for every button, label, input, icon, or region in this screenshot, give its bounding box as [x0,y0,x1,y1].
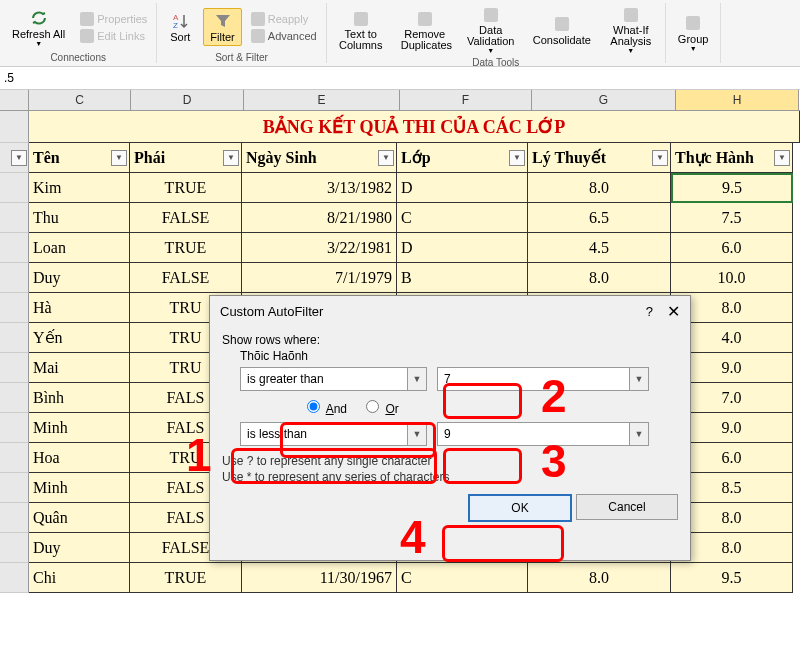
refresh-all-button[interactable]: Refresh All ▼ [6,6,71,49]
cell[interactable]: 3/13/1982 [242,173,397,203]
row-head[interactable] [0,203,29,233]
close-icon[interactable]: ✕ [667,302,680,321]
header-ngaysinh[interactable]: Ngày Sinh▼ [242,143,397,173]
col-C[interactable]: C [29,90,131,110]
filter-icon[interactable]: ▼ [652,150,668,166]
header-ten[interactable]: Tên▼▼ [29,143,130,173]
cell[interactable]: FALSE [130,203,242,233]
cell[interactable]: Minh [29,413,130,443]
whatif-button[interactable]: What-If Analysis▼ [603,3,659,56]
row-head[interactable] [0,233,29,263]
reapply-button[interactable]: Reapply [248,11,320,27]
cell[interactable]: Bình [29,383,130,413]
ok-button[interactable]: OK [468,494,572,522]
cell[interactable]: TRUE [130,233,242,263]
cell[interactable]: 10.0 [671,263,793,293]
cell[interactable]: Kim [29,173,130,203]
cell[interactable]: Thu [29,203,130,233]
value2-input[interactable]: ▼ [437,422,649,446]
select-all-corner[interactable] [0,90,29,110]
chevron-down-icon[interactable]: ▼ [629,368,648,390]
group-button[interactable]: Group▼ [672,11,715,54]
filter-icon[interactable]: ▼ [378,150,394,166]
header-phai[interactable]: Phái▼ [130,143,242,173]
cancel-button[interactable]: Cancel [576,494,678,520]
row-head[interactable] [0,111,29,143]
col-H[interactable]: H [676,90,799,110]
value1-input[interactable]: ▼ [437,367,649,391]
row-head[interactable] [0,413,29,443]
cell[interactable]: 4.5 [528,233,671,263]
header-thuchanh[interactable]: Thực Hành▼ [671,143,793,173]
cell[interactable]: 8.0 [528,563,671,593]
row-head[interactable] [0,473,29,503]
cell[interactable]: FALSE [130,263,242,293]
filter-icon[interactable]: ▼ [11,150,27,166]
cell[interactable]: D [397,233,528,263]
filter-icon[interactable]: ▼ [774,150,790,166]
row-head[interactable] [0,443,29,473]
filter-icon[interactable]: ▼ [223,150,239,166]
row-head[interactable] [0,533,29,563]
cell[interactable]: B [397,263,528,293]
chevron-down-icon[interactable]: ▼ [629,423,648,445]
consolidate-button[interactable]: Consolidate [527,12,597,48]
cell[interactable]: D [397,173,528,203]
row-head[interactable] [0,293,29,323]
col-F[interactable]: F [400,90,532,110]
row-head[interactable] [0,353,29,383]
properties-button[interactable]: Properties [77,11,150,27]
edit-links-button[interactable]: Edit Links [77,28,150,44]
cell[interactable]: Loan [29,233,130,263]
cell[interactable]: 7/1/1979 [242,263,397,293]
cell[interactable]: TRUE [130,173,242,203]
sort-button[interactable]: AZ Sort [163,9,197,45]
filter-icon[interactable]: ▼ [509,150,525,166]
data-validation-button[interactable]: Data Validation▼ [461,3,521,56]
formula-bar[interactable]: .5 [0,67,800,90]
cell[interactable]: Yến [29,323,130,353]
cell[interactable]: TRUE [130,563,242,593]
cell[interactable]: Minh [29,473,130,503]
table-title[interactable]: BẢNG KẾT QUẢ THI CỦA CÁC LỚP [29,111,800,143]
cell[interactable]: 8/21/1980 [242,203,397,233]
row-head[interactable] [0,263,29,293]
filter-icon[interactable]: ▼ [111,150,127,166]
row-head[interactable] [0,173,29,203]
filter-button[interactable]: Filter [203,8,241,46]
and-radio[interactable]: And [302,397,347,416]
cell[interactable]: 11/30/1967 [242,563,397,593]
remove-duplicates-button[interactable]: Remove Duplicates [395,7,455,53]
cell[interactable]: 6.0 [671,233,793,263]
condition1-select[interactable]: ▼ [240,367,427,391]
cell[interactable]: Mai [29,353,130,383]
cell[interactable]: Duy [29,533,130,563]
chevron-down-icon[interactable]: ▼ [407,423,426,445]
advanced-button[interactable]: Advanced [248,28,320,44]
cell[interactable]: Duy [29,263,130,293]
row-head[interactable] [0,383,29,413]
header-lythuyet[interactable]: Lý Thuyết▼ [528,143,671,173]
cell[interactable]: 7.5 [671,203,793,233]
cell[interactable]: Quân [29,503,130,533]
row-head[interactable] [0,323,29,353]
cell[interactable]: 3/22/1981 [242,233,397,263]
row-head[interactable] [0,563,29,593]
cell[interactable]: 9.5 [671,563,793,593]
col-G[interactable]: G [532,90,676,110]
cell[interactable]: 9.5 [671,173,793,203]
condition2-select[interactable]: ▼ [240,422,427,446]
col-D[interactable]: D [131,90,244,110]
cell[interactable]: Chi [29,563,130,593]
cell[interactable]: C [397,203,528,233]
text-to-columns-button[interactable]: Text to Columns [333,7,389,53]
row-head[interactable] [0,503,29,533]
cell[interactable]: Hà [29,293,130,323]
cell[interactable]: 8.0 [528,263,671,293]
chevron-down-icon[interactable]: ▼ [407,368,426,390]
help-button[interactable]: ? [646,304,653,319]
or-radio[interactable]: Or [361,397,399,416]
cell[interactable]: Hoa [29,443,130,473]
cell[interactable]: 8.0 [528,173,671,203]
cell[interactable]: C [397,563,528,593]
